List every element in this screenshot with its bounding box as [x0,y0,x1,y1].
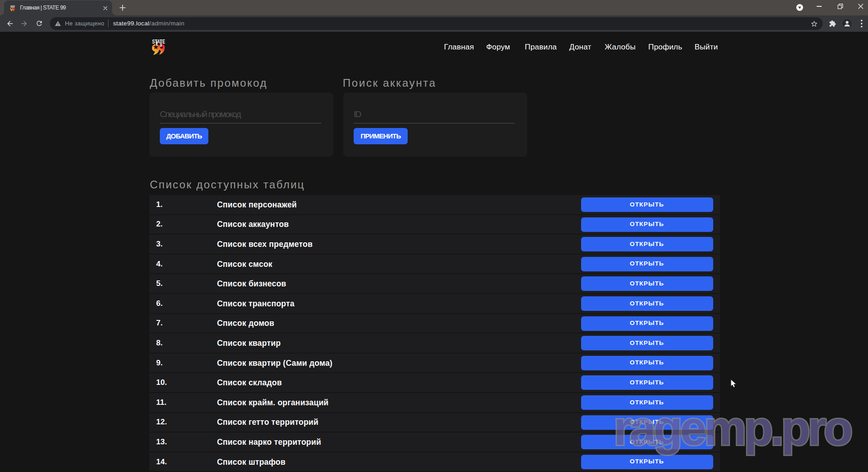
svg-text:ragemp.pro: ragemp.pro [614,404,852,455]
